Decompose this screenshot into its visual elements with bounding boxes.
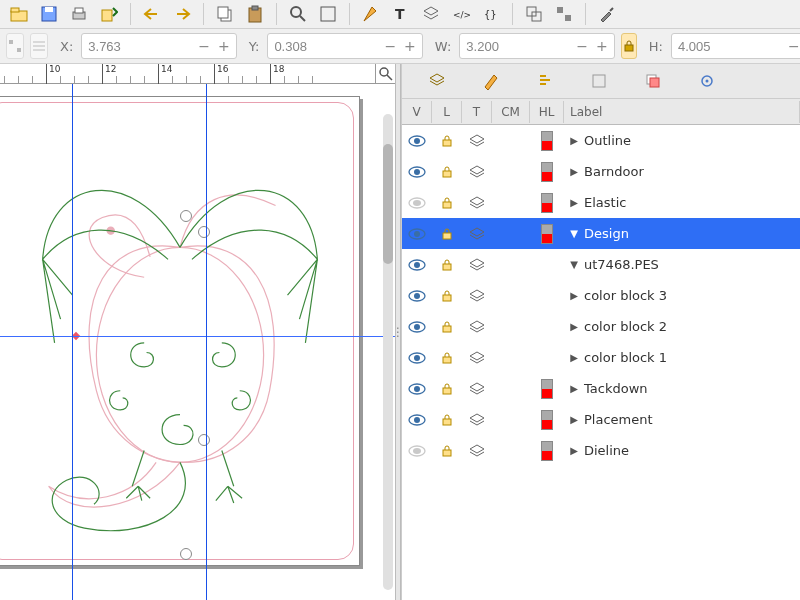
- type-icon[interactable]: [462, 413, 492, 427]
- print-btn[interactable]: [66, 2, 92, 26]
- canvas-scrollbar[interactable]: [383, 114, 393, 590]
- redo-btn[interactable]: [169, 2, 195, 26]
- layer-label[interactable]: ▶Tackdown: [564, 381, 800, 396]
- move-up-icon[interactable]: [534, 70, 556, 92]
- node-select-icon[interactable]: [6, 33, 24, 59]
- rotate-handle[interactable]: [198, 226, 210, 238]
- textprops-btn[interactable]: T: [388, 2, 414, 26]
- save-btn[interactable]: [36, 2, 62, 26]
- col-t[interactable]: T: [462, 101, 492, 123]
- remove-layer-icon[interactable]: [480, 70, 502, 92]
- layer-label[interactable]: ▶Barndoor: [564, 164, 800, 179]
- lock-icon[interactable]: [432, 382, 462, 396]
- type-icon[interactable]: [462, 351, 492, 365]
- zoomfit-btn[interactable]: [315, 2, 341, 26]
- w-input[interactable]: −+: [459, 33, 614, 59]
- visibility-icon[interactable]: [402, 320, 432, 334]
- expand-arrow[interactable]: ▶: [568, 383, 580, 394]
- layer-label[interactable]: ▶color block 1: [564, 350, 800, 365]
- layer-row[interactable]: ▶Outline: [402, 125, 800, 156]
- expand-arrow[interactable]: ▶: [568, 445, 580, 456]
- visibility-icon[interactable]: [402, 413, 432, 427]
- ruler-corner-icon[interactable]: [375, 64, 395, 84]
- add-layer-icon[interactable]: [426, 70, 448, 92]
- type-icon[interactable]: [462, 165, 492, 179]
- layer-label[interactable]: ▼ut7468.PES: [564, 257, 800, 272]
- layer-label[interactable]: ▶Placement: [564, 412, 800, 427]
- open-btn[interactable]: [6, 2, 32, 26]
- rotate-handle-2[interactable]: [198, 434, 210, 446]
- visibility-icon[interactable]: [402, 444, 432, 458]
- highlight-swatch[interactable]: [530, 193, 564, 213]
- lock-icon[interactable]: [432, 351, 462, 365]
- xml-btn[interactable]: </>: [448, 2, 474, 26]
- expand-icon[interactable]: [696, 70, 718, 92]
- highlight-swatch[interactable]: [530, 162, 564, 182]
- guide-vertical-2[interactable]: [206, 84, 207, 600]
- group-btn[interactable]: [551, 2, 577, 26]
- expand-arrow[interactable]: ▶: [568, 414, 580, 425]
- selectorcss-btn[interactable]: {}: [478, 2, 504, 26]
- layer-label[interactable]: ▶color block 3: [564, 288, 800, 303]
- visibility-icon[interactable]: [402, 165, 432, 179]
- lock-icon[interactable]: [432, 196, 462, 210]
- layer-label[interactable]: ▶Elastic: [564, 195, 800, 210]
- visibility-icon[interactable]: [402, 351, 432, 365]
- layers-btn[interactable]: [418, 2, 444, 26]
- highlight-swatch[interactable]: [530, 379, 564, 399]
- type-icon[interactable]: [462, 320, 492, 334]
- layer-row[interactable]: ▶color block 3: [402, 280, 800, 311]
- type-icon[interactable]: [462, 444, 492, 458]
- type-icon[interactable]: [462, 258, 492, 272]
- copy-btn[interactable]: [212, 2, 238, 26]
- undo-btn[interactable]: [139, 2, 165, 26]
- layer-label[interactable]: ▶Dieline: [564, 443, 800, 458]
- type-icon[interactable]: [462, 289, 492, 303]
- expand-arrow[interactable]: ▼: [568, 259, 580, 270]
- clone-btn[interactable]: [521, 2, 547, 26]
- layer-label[interactable]: ▼Design: [564, 226, 800, 241]
- lock-icon[interactable]: [432, 134, 462, 148]
- col-label[interactable]: Label: [564, 101, 800, 123]
- visibility-icon[interactable]: [402, 382, 432, 396]
- layer-label[interactable]: ▶Outline: [564, 133, 800, 148]
- visibility-icon[interactable]: [402, 196, 432, 210]
- x-input[interactable]: −+: [81, 33, 236, 59]
- type-icon[interactable]: [462, 382, 492, 396]
- lock-icon[interactable]: [432, 227, 462, 241]
- layer-row[interactable]: ▶Elastic: [402, 187, 800, 218]
- layer-row[interactable]: ▶color block 1: [402, 342, 800, 373]
- type-icon[interactable]: [462, 196, 492, 210]
- lock-icon[interactable]: [432, 320, 462, 334]
- layer-row[interactable]: ▶Barndoor: [402, 156, 800, 187]
- highlight-swatch[interactable]: [530, 131, 564, 151]
- distribute-icon[interactable]: [30, 33, 48, 59]
- expand-arrow[interactable]: ▶: [568, 135, 580, 146]
- layer-label[interactable]: ▶color block 2: [564, 319, 800, 334]
- ruler-top[interactable]: 81012141618: [0, 64, 395, 84]
- highlight-swatch[interactable]: [530, 224, 564, 244]
- lock-aspect[interactable]: [621, 33, 637, 59]
- type-icon[interactable]: [462, 134, 492, 148]
- layer-row[interactable]: ▶Placement: [402, 404, 800, 435]
- expand-arrow[interactable]: ▶: [568, 166, 580, 177]
- lock-icon[interactable]: [432, 413, 462, 427]
- expand-arrow[interactable]: ▼: [568, 228, 580, 239]
- expand-arrow[interactable]: ▶: [568, 321, 580, 332]
- visibility-icon[interactable]: [402, 258, 432, 272]
- lock-icon[interactable]: [432, 165, 462, 179]
- move-down-icon[interactable]: [588, 70, 610, 92]
- layer-row[interactable]: ▶Tackdown: [402, 373, 800, 404]
- col-l[interactable]: L: [432, 101, 462, 123]
- layer-row[interactable]: ▼ut7468.PES: [402, 249, 800, 280]
- visibility-icon[interactable]: [402, 289, 432, 303]
- layer-list[interactable]: ▶Outline▶Barndoor▶Elastic▼Design▼ut7468.…: [402, 125, 800, 600]
- col-v[interactable]: V: [402, 101, 432, 123]
- highlight-swatch[interactable]: [530, 441, 564, 461]
- canvas[interactable]: [0, 84, 395, 600]
- layer-row[interactable]: ▼Design: [402, 218, 800, 249]
- col-hl[interactable]: HL: [530, 101, 564, 123]
- expand-arrow[interactable]: ▶: [568, 197, 580, 208]
- prefs-btn[interactable]: [594, 2, 620, 26]
- layer-row[interactable]: ▶color block 2: [402, 311, 800, 342]
